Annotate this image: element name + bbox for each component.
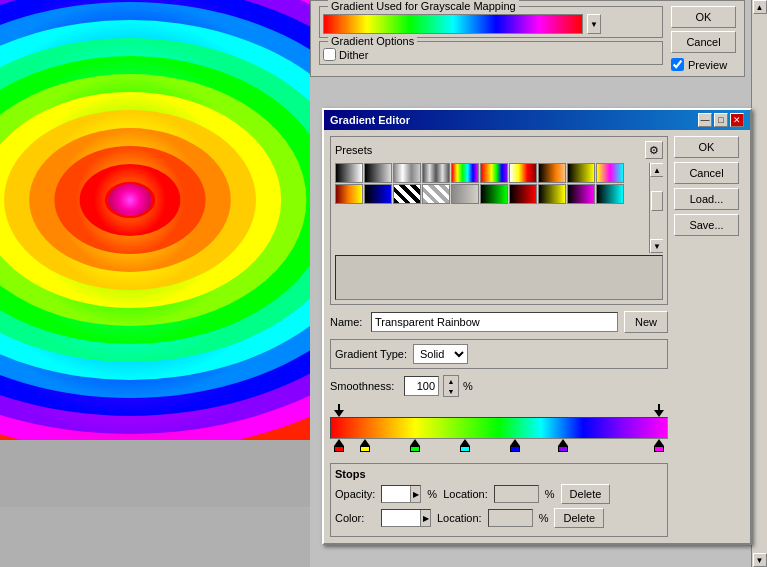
grayscale-cancel-button[interactable]: Cancel [671, 31, 736, 53]
presets-grid [335, 163, 648, 204]
opacity-arrow[interactable]: ▶ [410, 486, 420, 502]
scroll-down-arrow[interactable]: ▼ [753, 553, 767, 567]
presets-scroll-thumb[interactable] [651, 191, 663, 211]
color-stop-2[interactable] [410, 439, 420, 452]
preset-swatch-yellow[interactable] [538, 184, 566, 204]
preset-swatch-chrome[interactable] [422, 163, 450, 183]
preset-swatch-red[interactable] [509, 184, 537, 204]
canvas-background [0, 0, 310, 567]
gradient-bar[interactable] [330, 417, 668, 439]
color-delete-button[interactable]: Delete [554, 508, 604, 528]
presets-empty-area [335, 255, 663, 300]
opacity-location-label: Location: [443, 488, 488, 500]
stops-section: Stops Opacity: ▶ % Location: % Delete [330, 463, 668, 537]
preset-swatch-metal[interactable] [393, 163, 421, 183]
editor-ok-button[interactable]: OK [674, 136, 739, 158]
smoothness-row: Smoothness: ▲ ▼ % [330, 375, 668, 397]
minimize-button[interactable]: — [698, 113, 712, 127]
presets-settings-button[interactable]: ⚙ [645, 141, 663, 159]
gradient-editor-title: Gradient Editor [330, 114, 410, 126]
preset-swatch-checker[interactable] [422, 184, 450, 204]
presets-scroll-down[interactable]: ▼ [650, 239, 663, 253]
name-row: Name: New [330, 311, 668, 333]
color-stop-3[interactable] [460, 439, 470, 452]
preset-swatch-diag[interactable] [393, 184, 421, 204]
gradient-bar-area [330, 403, 668, 459]
main-scrollbar: ▲ ▼ [751, 0, 767, 567]
presets-scroll-up[interactable]: ▲ [650, 163, 663, 177]
opacity-stop-right[interactable] [654, 404, 664, 417]
grayscale-gradient-bar[interactable] [323, 14, 583, 34]
color-stop-1[interactable] [360, 439, 370, 452]
gradient-type-label: Gradient Type: [335, 348, 407, 360]
color-location-label: Location: [437, 512, 482, 524]
preset-swatch-mix[interactable] [596, 163, 624, 183]
presets-grid-container: ▲ ▼ [335, 163, 663, 253]
dither-checkbox[interactable] [323, 48, 336, 61]
stops-title: Stops [335, 468, 663, 480]
color-stop-5[interactable] [558, 439, 568, 452]
editor-right-panel: OK Cancel Load... Save... [674, 136, 744, 537]
color-location-input[interactable] [488, 509, 533, 527]
preset-swatch-trans[interactable] [451, 184, 479, 204]
color-swatch-button[interactable]: ▶ [381, 509, 431, 527]
opacity-field-label: Opacity: [335, 488, 375, 500]
opacity-stop-left[interactable] [334, 404, 344, 417]
opacity-input-field[interactable]: ▶ [381, 485, 421, 503]
editor-cancel-button[interactable]: Cancel [674, 162, 739, 184]
canvas-bottom-strip [0, 507, 310, 567]
grayscale-dialog: Gradient Used for Grayscale Mapping ▼ Gr… [310, 0, 745, 77]
gradient-editor-window: Gradient Editor — □ ✕ Presets ⚙ [322, 108, 752, 545]
new-button[interactable]: New [624, 311, 668, 333]
name-input[interactable] [371, 312, 618, 332]
color-swatch-arrow[interactable]: ▶ [420, 510, 430, 526]
editor-content: Presets ⚙ [324, 130, 750, 543]
opacity-delete-button[interactable]: Delete [561, 484, 611, 504]
preview-checkbox[interactable] [671, 58, 684, 71]
editor-save-button[interactable]: Save... [674, 214, 739, 236]
smoothness-down-btn[interactable]: ▼ [444, 386, 458, 396]
gradient-type-row: Gradient Type: Solid Noise [330, 339, 668, 369]
editor-left-panel: Presets ⚙ [330, 136, 668, 537]
smoothness-label: Smoothness: [330, 380, 400, 392]
opacity-location-input[interactable] [494, 485, 539, 503]
color-location-percent: % [539, 512, 549, 524]
preset-swatch-violet[interactable] [509, 163, 537, 183]
preset-swatch-golden[interactable] [567, 163, 595, 183]
grayscale-ok-button[interactable]: OK [671, 6, 736, 28]
editor-load-button[interactable]: Load... [674, 188, 739, 210]
gradient-type-select[interactable]: Solid Noise [413, 344, 468, 364]
restore-button[interactable]: □ [714, 113, 728, 127]
name-label: Name: [330, 316, 365, 328]
presets-section: Presets ⚙ [330, 136, 668, 305]
smoothness-up-btn[interactable]: ▲ [444, 376, 458, 386]
opacity-location-percent: % [545, 488, 555, 500]
preview-label: Preview [688, 59, 727, 71]
opacity-stops-row [330, 403, 668, 417]
color-stop-0[interactable] [334, 439, 344, 452]
color-stops-row [330, 439, 668, 459]
color-stop-6[interactable] [654, 439, 664, 452]
color-row: Color: ▶ Location: % Delete [335, 508, 663, 528]
color-stop-4[interactable] [510, 439, 520, 452]
presets-scrollbar: ▲ ▼ [649, 163, 663, 253]
preset-swatch-bwt[interactable] [364, 163, 392, 183]
smoothness-spinner: ▲ ▼ [443, 375, 459, 397]
close-button[interactable]: ✕ [730, 113, 744, 127]
preset-swatch-green[interactable] [480, 184, 508, 204]
opacity-percent: % [427, 488, 437, 500]
preset-swatch-rust[interactable] [335, 184, 363, 204]
scroll-up-arrow[interactable]: ▲ [753, 0, 767, 14]
preset-swatch-magenta[interactable] [567, 184, 595, 204]
preset-swatch-blue[interactable] [364, 184, 392, 204]
smoothness-input[interactable] [404, 376, 439, 396]
preset-swatch-spectrum[interactable] [480, 163, 508, 183]
preset-swatch-bw[interactable] [335, 163, 363, 183]
gradient-editor-titlebar: Gradient Editor — □ ✕ [324, 110, 750, 130]
grayscale-section-title: Gradient Used for Grayscale Mapping [328, 0, 519, 12]
presets-label: Presets [335, 144, 372, 156]
gradient-dropdown-arrow[interactable]: ▼ [587, 14, 601, 34]
preset-swatch-cyan[interactable] [596, 184, 624, 204]
preset-swatch-copper[interactable] [538, 163, 566, 183]
preset-swatch-rainbow[interactable] [451, 163, 479, 183]
